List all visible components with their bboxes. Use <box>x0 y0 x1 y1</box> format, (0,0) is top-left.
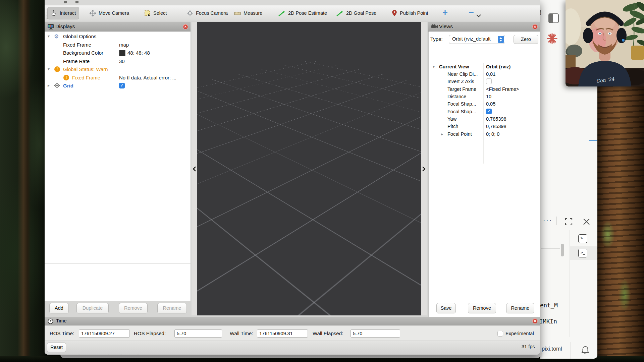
row-value[interactable]: 10 <box>486 93 491 100</box>
tree-row-focal-shape-fixed[interactable]: Focal Shap... ✓ <box>429 108 540 115</box>
interact-hand-icon <box>51 10 57 16</box>
chevron-right-icon[interactable]: ▸ <box>46 81 51 90</box>
tree-row-distance[interactable]: Distance 10 <box>429 93 540 100</box>
collapse-left-panel-handle[interactable] <box>192 22 197 315</box>
tree-row-global-status[interactable]: ▾ ! Global Status: Warn <box>45 65 191 73</box>
focal-shape-checkbox[interactable]: ✓ <box>486 109 492 114</box>
reset-button[interactable]: Reset <box>47 343 66 352</box>
occluded-code-text: ent_M <box>540 302 558 309</box>
tree-row-grid[interactable]: ▸ Grid ✓ <box>45 81 191 90</box>
collapse-right-panel-handle[interactable] <box>421 22 427 315</box>
tree-row-background-color[interactable]: Background Color 48; 48; 48 <box>45 49 191 57</box>
chevron-down-icon[interactable]: ▾ <box>431 63 436 70</box>
views-panel: Views Type: Orbit (rviz_default Zero ▾ C… <box>428 22 540 317</box>
chevron-down-icon[interactable]: ▾ <box>46 65 51 73</box>
warning-icon: ! <box>54 66 60 72</box>
close-panel-button[interactable] <box>532 318 538 324</box>
3d-viewport[interactable] <box>197 22 421 315</box>
divider <box>541 248 560 249</box>
tool-2d-goal-pose[interactable]: 2D Goal Pose <box>333 7 380 19</box>
time-panel-header[interactable]: Time <box>45 317 540 325</box>
tool-interact[interactable]: Interact <box>47 7 79 19</box>
experimental-checkbox[interactable] <box>497 331 503 337</box>
color-swatch[interactable] <box>119 50 125 56</box>
tree-row-current-view[interactable]: ▾ Current View Orbit (rviz) <box>429 63 540 70</box>
close-panel-button[interactable] <box>183 24 188 29</box>
scrollbar-thumb[interactable] <box>561 244 564 256</box>
invert-z-checkbox[interactable] <box>486 78 492 84</box>
rviz-window: Interact Move Camera Select <box>45 0 540 355</box>
tree-row-invert-z[interactable]: Invert Z Axis <box>429 78 540 85</box>
zero-button[interactable]: Zero <box>514 35 538 44</box>
wall-elapsed-input[interactable] <box>351 329 400 338</box>
row-value[interactable]: <Fixed Frame> <box>486 85 519 93</box>
displays-tree[interactable]: ▾ ⚙ Global Options Fixed Frame map Backg… <box>45 32 191 263</box>
tree-row-focal-point[interactable]: ▸ Focal Point 0; 0; 0 <box>429 130 540 138</box>
tool-select[interactable]: Select <box>141 7 170 19</box>
green-arrow-icon <box>336 10 343 16</box>
tool-move-camera[interactable]: Move Camera <box>86 7 132 19</box>
bell-icon[interactable] <box>581 345 590 355</box>
ros-time-input[interactable] <box>79 329 130 338</box>
row-value: No tf data. Actual error: ... <box>119 73 176 82</box>
row-value[interactable]: 0,01 <box>486 70 495 78</box>
maximize-panel-icon[interactable] <box>565 218 573 226</box>
row-value[interactable]: map <box>119 41 129 49</box>
close-panel-button[interactable] <box>532 24 538 29</box>
tree-trunk <box>17 0 31 362</box>
row-value[interactable]: 0; 0; 0 <box>486 130 499 138</box>
toolbar-overflow-chevron-icon[interactable] <box>476 14 481 17</box>
tool-measure[interactable]: Measure <box>231 7 266 19</box>
tree-row-focal-shape-size[interactable]: Focal Shap... 0,05 <box>429 100 540 108</box>
row-label: Global Status: Warn <box>63 65 108 73</box>
chevron-down-icon[interactable]: ▾ <box>46 32 51 41</box>
rename-view-button[interactable]: Rename <box>506 303 534 313</box>
tree-row-target-frame[interactable]: Target Frame <Fixed Frame> <box>429 85 540 93</box>
statusbar-divider <box>540 342 597 342</box>
tool-focus-camera[interactable]: Focus Camera <box>183 7 231 19</box>
wall-time-input[interactable] <box>257 329 308 338</box>
tool-label: Measure <box>244 10 262 16</box>
terminal-item-icon[interactable]: >_ <box>578 249 587 257</box>
tree-row-global-options[interactable]: ▾ ⚙ Global Options <box>45 32 191 41</box>
displays-panel-header[interactable]: Displays <box>45 22 191 32</box>
remove-display-button[interactable]: Remove <box>119 303 148 313</box>
asterisk-icon[interactable] <box>546 33 558 44</box>
chevron-right-icon[interactable]: ▸ <box>440 130 444 138</box>
tree-row-near-clip[interactable]: Near Clip Di... 0,01 <box>429 70 540 78</box>
add-display-button[interactable]: Add <box>49 303 69 313</box>
row-value[interactable]: 30 <box>119 57 125 65</box>
tool-publish-point[interactable]: Publish Point <box>388 7 432 19</box>
grid-enabled-checkbox[interactable]: ✓ <box>119 83 125 88</box>
view-type-dropdown[interactable]: Orbit (rviz_default <box>449 35 505 44</box>
row-value[interactable]: 0,05 <box>486 100 495 108</box>
tool-2d-pose-estimate[interactable]: 2D Pose Estimate <box>275 7 330 19</box>
tree-row-yaw[interactable]: Yaw 0,785398 <box>429 115 540 123</box>
row-value[interactable]: 0,785398 <box>486 123 506 130</box>
rename-display-button[interactable]: Rename <box>157 303 187 313</box>
row-value[interactable]: 0,785398 <box>486 115 506 123</box>
remove-tool-button[interactable]: − <box>469 7 474 17</box>
ros-elapsed-input[interactable] <box>174 329 222 338</box>
close-panel-icon[interactable] <box>582 218 591 226</box>
row-value[interactable]: 48; 48; 48 <box>127 49 150 57</box>
tool-label: Select <box>153 10 167 16</box>
duplicate-display-button[interactable]: Duplicate <box>76 303 109 313</box>
sidebar-toggle-icon[interactable] <box>548 13 559 23</box>
tree-row-pitch[interactable]: Pitch 0,785398 <box>429 123 540 130</box>
add-tool-button[interactable]: + <box>442 7 448 17</box>
terminal-item-icon[interactable]: >_ <box>578 234 587 243</box>
row-label: Yaw <box>447 115 457 123</box>
more-actions-icon[interactable]: ··· <box>543 217 552 224</box>
save-view-button[interactable]: Save <box>436 303 456 313</box>
occluded-code-text: IMKIn <box>540 318 557 325</box>
rviz-toolbar: Interact Move Camera Select <box>45 5 540 21</box>
views-panel-header[interactable]: Views <box>428 22 540 32</box>
tree-row-frame-rate[interactable]: Frame Rate 30 <box>45 57 191 65</box>
panel-title: Time <box>56 318 67 323</box>
remove-view-button[interactable]: Remove <box>468 303 496 313</box>
tree-row-fixed-frame-warning[interactable]: ! Fixed Frame No tf data. Actual error: … <box>45 73 191 82</box>
desktop: 8 ··· >_ >_ ent_M IMKIn p <box>0 0 644 362</box>
tree-row-fixed-frame[interactable]: Fixed Frame map <box>45 41 191 49</box>
row-label: Distance <box>447 93 466 100</box>
